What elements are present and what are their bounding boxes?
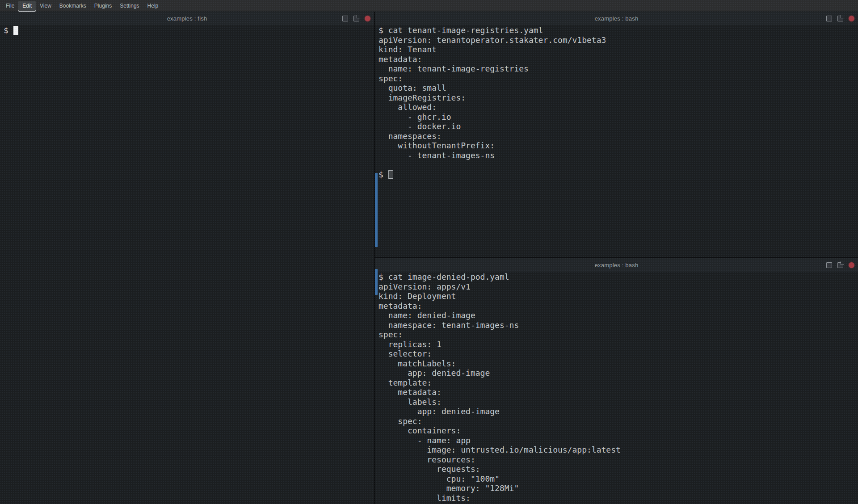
term-line: image: untrusted.io/malicious/app:latest (379, 445, 858, 455)
term-line: namespace: tenant-images-ns (379, 320, 858, 330)
terminal-bottom-right[interactable]: $ cat image-denied-pod.yamlapiVersion: a… (375, 272, 858, 504)
terminal-top-right[interactable]: $ cat tenant-image-registries.yamlapiVer… (375, 25, 858, 257)
term-line: name: denied-image (379, 311, 858, 320)
close-icon[interactable] (849, 16, 854, 21)
close-icon[interactable] (365, 16, 370, 21)
term-line: spec: (379, 416, 858, 426)
term-line: - docker.io (379, 122, 858, 131)
menubar: FileEditViewBookmarksPluginsSettingsHelp (0, 0, 858, 12)
terminal-output: $ cat image-denied-pod.yamlapiVersion: a… (379, 272, 858, 503)
detach-icon[interactable] (353, 16, 359, 21)
menu-item-plugins[interactable]: Plugins (90, 1, 116, 11)
menu-item-view[interactable]: View (36, 1, 55, 11)
term-line: cpu: "100m" (379, 474, 858, 484)
term-line (379, 160, 858, 170)
term-line: name: tenant-image-registries (379, 64, 858, 74)
pane-left-controls (342, 12, 370, 25)
pane-bottom-right-title: examples : bash (595, 262, 639, 269)
maximize-icon[interactable] (826, 16, 832, 21)
term-line: metadata: (379, 55, 858, 64)
shell-prompt: $ (4, 25, 13, 35)
pane-left-header[interactable]: examples : fish (0, 12, 374, 25)
menu-item-file[interactable]: File (2, 1, 18, 11)
term-line: app: denied-image (379, 368, 858, 378)
pane-bottom-right-terminal: examples : bash $ cat image-denied-pod.y… (375, 258, 858, 504)
pane-bottom-right-controls (826, 258, 854, 272)
pane-bottom-right-header[interactable]: examples : bash (375, 258, 858, 272)
term-line: replicas: 1 (379, 340, 858, 349)
term-line: kind: Tenant (379, 45, 858, 55)
term-line: template: (379, 378, 858, 388)
term-line: withoutTenantPrefix: (379, 141, 858, 151)
term-line: metadata: (379, 387, 858, 397)
term-line: - name: app (379, 436, 858, 445)
term-line: quota: small (379, 83, 858, 93)
term-line: selector: (379, 349, 858, 359)
term-line: apiVersion: tenantoperator.stakater.com/… (379, 35, 858, 45)
text-cursor (13, 26, 18, 35)
menu-item-edit[interactable]: Edit (18, 1, 36, 11)
menu-item-help[interactable]: Help (143, 1, 163, 11)
term-line: $ cat image-denied-pod.yaml (379, 272, 858, 282)
term-line: $ cat tenant-image-registries.yaml (379, 25, 858, 35)
term-line: memory: "128Mi" (379, 483, 858, 493)
term-line: metadata: (379, 301, 858, 311)
terminal-left[interactable]: $ (0, 25, 374, 504)
shell-prompt-line: $ (379, 170, 858, 180)
scrollbar-thumb[interactable] (375, 269, 378, 295)
term-line: apiVersion: apps/v1 (379, 282, 858, 292)
shell-prompt: $ (379, 170, 388, 180)
maximize-icon[interactable] (342, 16, 348, 21)
pane-top-right-title: examples : bash (595, 15, 639, 22)
terminal-output: $ cat tenant-image-registries.yamlapiVer… (379, 25, 858, 170)
close-icon[interactable] (849, 262, 854, 268)
detach-icon[interactable] (837, 262, 843, 268)
term-line: matchLabels: (379, 359, 858, 369)
pane-left-title: examples : fish (167, 15, 207, 22)
menu-item-settings[interactable]: Settings (116, 1, 143, 11)
term-line: allowed: (379, 102, 858, 112)
term-line: namespaces: (379, 131, 858, 141)
term-line: imageRegistries: (379, 93, 858, 103)
term-line: spec: (379, 330, 858, 340)
term-line: resources: (379, 455, 858, 465)
shell-prompt-line: $ (4, 25, 374, 35)
term-line: containers: (379, 426, 858, 436)
maximize-icon[interactable] (826, 262, 832, 268)
term-line: - ghcr.io (379, 112, 858, 122)
detach-icon[interactable] (837, 16, 843, 21)
term-line: kind: Deployment (379, 291, 858, 301)
scrollbar-thumb[interactable] (375, 173, 378, 247)
term-line: app: denied-image (379, 407, 858, 416)
term-line: - tenant-images-ns (379, 151, 858, 160)
menu-item-bookmarks[interactable]: Bookmarks (55, 1, 90, 11)
term-line: limits: (379, 493, 858, 503)
term-line: spec: (379, 74, 858, 84)
text-cursor-inactive (388, 170, 393, 179)
split-divider-horizontal[interactable] (375, 257, 858, 258)
pane-left-terminal: examples : fish $ (0, 12, 374, 504)
pane-top-right-controls (826, 12, 854, 25)
term-line: labels: (379, 397, 858, 407)
term-line: requests: (379, 464, 858, 474)
pane-top-right-header[interactable]: examples : bash (375, 12, 858, 25)
pane-top-right-terminal: examples : bash $ cat tenant-image-regis… (375, 12, 858, 257)
